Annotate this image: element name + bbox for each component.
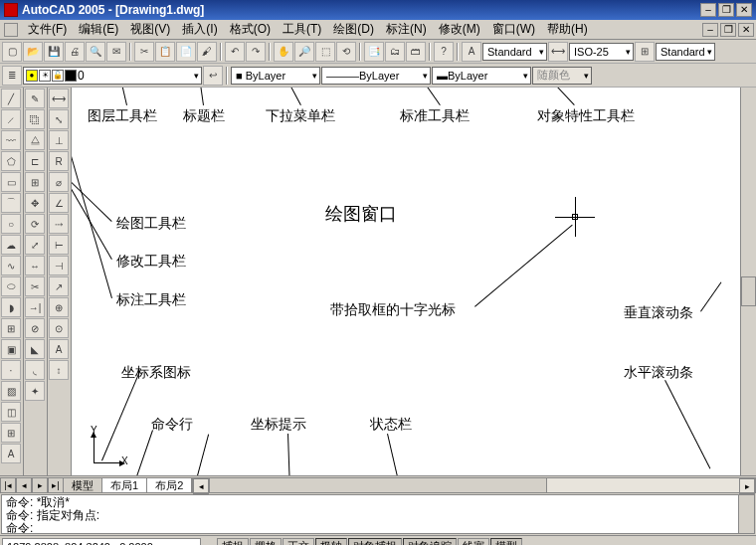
table-style-icon[interactable]: ⊞ (635, 42, 655, 62)
status-osnap[interactable]: 对象捕捉 (348, 538, 402, 546)
qleader-icon[interactable]: ↗ (49, 276, 69, 296)
titlebar[interactable]: AutoCAD 2005 - [Drawing1.dwg] – ❐ ✕ (0, 0, 756, 20)
tab-nav-last[interactable]: ▸| (48, 477, 64, 493)
status-lwt[interactable]: 线宽 (458, 538, 489, 546)
save-icon[interactable]: 💾 (44, 42, 64, 62)
point-icon[interactable]: · (1, 360, 21, 380)
dim-style-icon[interactable]: ⟷ (548, 42, 568, 62)
tab-nav-first[interactable]: |◂ (0, 477, 16, 493)
menu-format[interactable]: 格式(O) (224, 21, 277, 38)
chamfer-icon[interactable]: ◣ (25, 339, 45, 359)
vertical-scrollbar[interactable] (740, 88, 756, 475)
properties-icon[interactable]: 📑 (364, 42, 384, 62)
rotate-icon[interactable]: ⟳ (25, 214, 45, 234)
undo-icon[interactable]: ↶ (225, 42, 245, 62)
dimaligned-icon[interactable]: ⤡ (49, 109, 69, 129)
dc-icon[interactable]: 🗂 (385, 42, 405, 62)
dimang-icon[interactable]: ∠ (49, 193, 69, 213)
zoom-prev-icon[interactable]: ⟲ (336, 42, 356, 62)
layer-mgr-icon[interactable]: ≣ (2, 66, 22, 86)
coordinate-display[interactable]: 1279.2808, 804.3240 , 0.0000 (2, 538, 201, 546)
lineweight-dropdown[interactable]: ▬ ByLayer (432, 67, 531, 85)
doc-close-button[interactable]: ✕ (738, 23, 754, 37)
minimize-button[interactable]: – (700, 3, 716, 17)
region-icon[interactable]: ◫ (1, 402, 21, 422)
dimrad-icon[interactable]: R (49, 151, 69, 171)
dimbase-icon[interactable]: ⊢ (49, 235, 69, 255)
redo-icon[interactable]: ↷ (246, 42, 266, 62)
menu-file[interactable]: 文件(F) (22, 21, 73, 38)
preview-icon[interactable]: 🔍 (86, 42, 105, 62)
tab-nav-next[interactable]: ▸ (32, 477, 48, 493)
layer-dropdown[interactable]: ● ☀ 🔓 0 (23, 67, 202, 85)
doc-restore-button[interactable]: ❐ (720, 23, 736, 37)
dimord-icon[interactable]: ⊥ (49, 130, 69, 150)
ellipsearc-icon[interactable]: ◗ (1, 297, 21, 317)
cmd-scrollbar[interactable] (738, 495, 754, 533)
scroll-right-button[interactable]: ▸ (739, 478, 755, 494)
dimstyle-icon[interactable]: ↕ (49, 360, 69, 380)
zoom-win-icon[interactable]: ⬚ (315, 42, 335, 62)
fillet-icon[interactable]: ◟ (25, 360, 45, 380)
xline-icon[interactable]: ⟋ (1, 109, 21, 129)
revcloud-icon[interactable]: ☁ (1, 235, 21, 255)
help-icon[interactable]: ? (434, 42, 454, 62)
layer-prev-icon[interactable]: ↩ (203, 66, 223, 86)
close-button[interactable]: ✕ (736, 3, 752, 17)
array-icon[interactable]: ⊞ (25, 172, 45, 192)
dimedit-icon[interactable]: A (49, 339, 69, 359)
qdim-icon[interactable]: ⤏ (49, 214, 69, 234)
table-style-dropdown[interactable]: Standard (656, 43, 715, 61)
polygon-icon[interactable]: ⬠ (1, 151, 21, 171)
trim-icon[interactable]: ✂ (25, 276, 45, 296)
menu-dim[interactable]: 标注(N) (380, 21, 433, 38)
menu-modify[interactable]: 修改(M) (433, 21, 486, 38)
status-ortho[interactable]: 正交 (283, 538, 314, 546)
new-icon[interactable]: ▢ (2, 42, 22, 62)
arc-icon[interactable]: ⌒ (1, 193, 21, 213)
pline-icon[interactable]: 〰 (1, 130, 21, 150)
doc-minimize-button[interactable]: – (702, 23, 718, 37)
status-snap[interactable]: 捕捉 (217, 538, 249, 546)
menu-edit[interactable]: 编辑(E) (73, 21, 124, 38)
dim-style-dropdown[interactable]: ISO-25 (569, 43, 634, 61)
maximize-button[interactable]: ❐ (718, 3, 734, 17)
tp-icon[interactable]: 🗃 (406, 42, 426, 62)
offset-icon[interactable]: ⊏ (25, 151, 45, 171)
command-line[interactable]: 命令: *取消* 命令: 指定对角点: 命令: (1, 494, 755, 534)
rect-icon[interactable]: ▭ (1, 172, 21, 192)
status-grid[interactable]: 栅格 (250, 538, 282, 546)
menu-draw[interactable]: 绘图(D) (327, 21, 380, 38)
menu-view[interactable]: 视图(V) (124, 21, 176, 38)
text-style-dropdown[interactable]: Standard (482, 43, 547, 61)
makeblock-icon[interactable]: ▣ (1, 339, 21, 359)
plotstyle-dropdown[interactable]: 随颜色 (532, 67, 592, 85)
mtext-icon[interactable]: A (1, 444, 21, 463)
mirror-icon[interactable]: ⧋ (25, 130, 45, 150)
line-icon[interactable]: ╱ (1, 89, 21, 108)
plot-icon[interactable]: 🖨 (65, 42, 85, 62)
color-dropdown[interactable]: ■ ByLayer (231, 67, 320, 85)
status-otrack[interactable]: 对象追踪 (403, 538, 457, 546)
tab-model[interactable]: 模型 (63, 477, 102, 493)
zoom-rt-icon[interactable]: 🔎 (294, 42, 314, 62)
dimlinear-icon[interactable]: ⟷ (49, 89, 69, 108)
scale-icon[interactable]: ⤢ (25, 235, 45, 255)
spline-icon[interactable]: ∿ (1, 256, 21, 275)
ellipse-icon[interactable]: ⬭ (1, 276, 21, 296)
text-style-icon[interactable]: A (462, 42, 481, 62)
tab-nav-prev[interactable]: ◂ (16, 477, 32, 493)
tab-layout1[interactable]: 布局1 (101, 477, 147, 493)
menu-insert[interactable]: 插入(I) (176, 21, 223, 38)
dimcont-icon[interactable]: ⊣ (49, 256, 69, 275)
drawing-window[interactable]: Y X 图层工具栏 标题栏 下拉菜单栏 标准工具栏 对象特性工具栏 绘图工具栏 … (72, 88, 756, 475)
dimcenter-icon[interactable]: ⊙ (49, 318, 69, 338)
menu-help[interactable]: 帮助(H) (541, 21, 594, 38)
copy-icon[interactable]: 📋 (155, 42, 175, 62)
move-icon[interactable]: ✥ (25, 193, 45, 213)
menu-window[interactable]: 窗口(W) (486, 21, 541, 38)
table-icon[interactable]: ⊞ (1, 423, 21, 443)
scroll-left-button[interactable]: ◂ (193, 478, 209, 494)
break-icon[interactable]: ⊘ (25, 318, 45, 338)
explode-icon[interactable]: ✦ (25, 381, 45, 401)
